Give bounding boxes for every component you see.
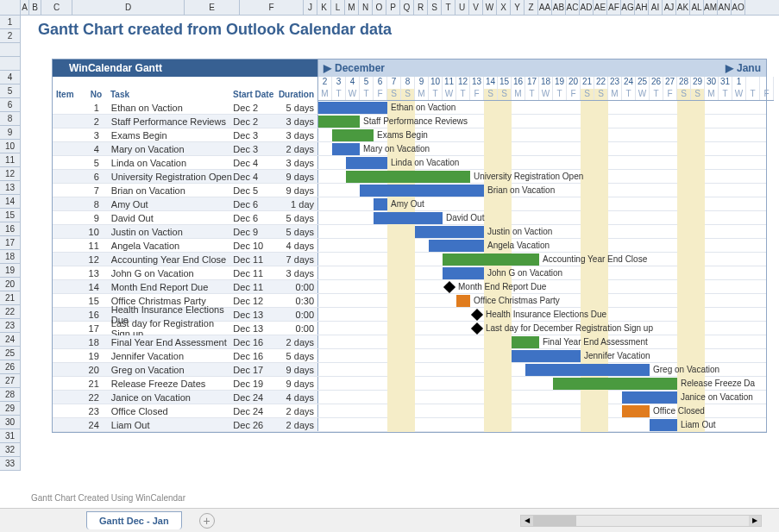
column-header-cell[interactable]: L [331, 0, 345, 15]
row-header-cell[interactable]: 2 [0, 29, 21, 43]
column-header-cell[interactable]: P [386, 0, 400, 15]
column-header-cell[interactable]: T [442, 0, 455, 15]
column-header-cell[interactable]: AF [607, 0, 621, 15]
table-row[interactable]: 20Greg on VacationDec 179 daysGreg on Va… [53, 363, 766, 377]
table-row[interactable]: 9David OutDec 65 daysDavid Out [53, 211, 766, 225]
row-header-cell[interactable]: 24 [0, 333, 21, 347]
sheet-tab-gantt[interactable]: Gantt Dec - Jan [86, 511, 182, 529]
row-header-cell[interactable]: 29 [0, 402, 21, 416]
scrollbar-thumb[interactable] [533, 516, 576, 526]
column-header-cell[interactable]: A [21, 0, 29, 15]
scroll-right-icon[interactable]: ▶ [749, 516, 761, 526]
column-header-cell[interactable]: AH [635, 0, 649, 15]
table-row[interactable]: 18Final Year End AssessmentDec 162 daysF… [53, 335, 766, 349]
table-row[interactable]: 17Last day for Registration Sign upDec 1… [53, 322, 766, 335]
row-header-cell[interactable]: 10 [0, 140, 21, 153]
column-header-cell[interactable]: C [41, 0, 72, 15]
column-header-cell[interactable]: Q [400, 0, 414, 15]
table-row[interactable]: 7Brian on VacationDec 59 daysBrian on Va… [53, 184, 766, 197]
column-header-cell[interactable]: AI [649, 0, 663, 15]
row-header-cell[interactable]: 1 [0, 16, 21, 29]
column-header-cell[interactable]: O [373, 0, 386, 15]
row-header-cell[interactable] [0, 43, 21, 57]
column-header-cell[interactable]: Y [511, 0, 525, 15]
column-header-cell[interactable]: F [240, 0, 304, 15]
row-header-cell[interactable]: 33 [0, 457, 21, 471]
table-row[interactable]: 23Office ClosedDec 242 daysOffice Closed [53, 404, 766, 418]
row-header-cell[interactable]: 13 [0, 181, 21, 195]
row-header-cell[interactable]: 31 [0, 429, 21, 443]
row-header-cell[interactable]: 32 [0, 443, 21, 457]
row-header-cell[interactable]: 12 [0, 167, 21, 181]
column-header-cell[interactable]: V [469, 0, 483, 15]
column-header-cell[interactable]: AN [718, 0, 732, 15]
table-row[interactable]: 21Release Freeze DatesDec 199 daysReleas… [53, 377, 766, 391]
row-header-cell[interactable]: 14 [0, 195, 21, 209]
column-header-cell[interactable]: AB [552, 0, 566, 15]
row-header-cell[interactable]: 9 [0, 126, 21, 140]
table-row[interactable]: 22Janice on VacationDec 244 daysJanice o… [53, 391, 766, 404]
column-header-cell[interactable]: S [428, 0, 442, 15]
table-row[interactable]: 14Month End Report DueDec 110:00Month En… [53, 280, 766, 294]
row-header-cell[interactable]: 28 [0, 388, 21, 402]
column-header-cell[interactable]: AG [621, 0, 635, 15]
table-row[interactable]: 13John G on VacationDec 113 daysJohn G o… [53, 266, 766, 280]
table-row[interactable]: 5Linda on VacationDec 43 daysLinda on Va… [53, 156, 766, 170]
column-header-cell[interactable]: R [414, 0, 428, 15]
column-header-cell[interactable]: J [304, 0, 317, 15]
row-header-cell[interactable]: 26 [0, 360, 21, 374]
column-header-cell[interactable]: N [359, 0, 373, 15]
row-header-cell[interactable]: 15 [0, 209, 21, 222]
column-header-cell[interactable]: AL [690, 0, 704, 15]
row-header-cell[interactable]: 17 [0, 236, 21, 250]
row-header-cell[interactable]: 8 [0, 112, 21, 126]
column-header-cell[interactable]: E [185, 0, 240, 15]
table-row[interactable]: 6University Registration OpenDec 49 days… [53, 170, 766, 184]
row-header-cell[interactable]: 4 [0, 71, 21, 84]
column-header-cell[interactable]: Z [525, 0, 538, 15]
row-header-cell[interactable]: 19 [0, 264, 21, 278]
column-header-cell[interactable]: D [72, 0, 185, 15]
column-header-cell[interactable]: K [317, 0, 331, 15]
table-row[interactable]: 3Exams BeginDec 33 daysExams Begin [53, 128, 766, 142]
column-header-cell[interactable]: X [497, 0, 511, 15]
row-header-cell[interactable]: 16 [0, 222, 21, 236]
column-header-cell[interactable]: M [345, 0, 359, 15]
table-row[interactable]: 11Angela VacationDec 104 daysAngela Vaca… [53, 239, 766, 253]
row-header-cell[interactable]: 20 [0, 278, 21, 291]
row-header-cell[interactable]: 25 [0, 347, 21, 360]
column-header-cell[interactable]: AD [580, 0, 594, 15]
row-header-cell[interactable]: 22 [0, 305, 21, 319]
column-header-cell[interactable]: AM [704, 0, 718, 15]
table-row[interactable]: 12Accounting Year End CloseDec 117 daysA… [53, 253, 766, 266]
column-header-cell[interactable]: AA [538, 0, 552, 15]
column-header-cell[interactable]: W [483, 0, 497, 15]
column-headers[interactable]: ABCDEFJKLMNOPQRSTUVWXYZAAABACADAEAFAGAHA… [0, 0, 779, 16]
column-header-cell[interactable]: U [455, 0, 469, 15]
table-row[interactable]: 24Liam OutDec 262 daysLiam Out [53, 418, 766, 432]
row-header-cell[interactable]: 5 [0, 84, 21, 98]
row-header-cell[interactable] [0, 57, 21, 71]
column-header-cell[interactable]: AE [594, 0, 607, 15]
add-sheet-button[interactable]: + [199, 513, 215, 529]
table-row[interactable]: 1Ethan on VactionDec 25 daysEthan on Vac… [53, 101, 766, 115]
row-headers[interactable]: 1245689101112131415161718192021222324252… [0, 16, 21, 471]
scroll-left-icon[interactable]: ◀ [521, 516, 533, 526]
row-header-cell[interactable]: 21 [0, 291, 21, 305]
table-row[interactable]: 2Staff Performance ReviewsDec 23 daysSta… [53, 115, 766, 128]
table-row[interactable]: 4Mary on VacationDec 32 daysMary on Vaca… [53, 142, 766, 156]
row-header-cell[interactable]: 30 [0, 416, 21, 429]
column-header-cell[interactable]: AO [732, 0, 745, 15]
table-row[interactable]: 8Amy OutDec 61 dayAmy Out [53, 197, 766, 211]
horizontal-scrollbar[interactable]: ◀ ▶ [520, 515, 762, 527]
row-header-cell[interactable]: 27 [0, 374, 21, 388]
column-header-cell[interactable]: AC [566, 0, 580, 15]
table-row[interactable]: 10Justin on VactionDec 95 daysJustin on … [53, 225, 766, 239]
row-header-cell[interactable]: 23 [0, 319, 21, 333]
column-header-cell[interactable]: AJ [663, 0, 676, 15]
row-header-cell[interactable]: 11 [0, 153, 21, 167]
column-header-cell[interactable]: AK [676, 0, 690, 15]
table-row[interactable]: 19Jennifer VacationDec 165 daysJennifer … [53, 349, 766, 363]
column-header-cell[interactable]: B [29, 0, 41, 15]
row-header-cell[interactable]: 18 [0, 250, 21, 264]
